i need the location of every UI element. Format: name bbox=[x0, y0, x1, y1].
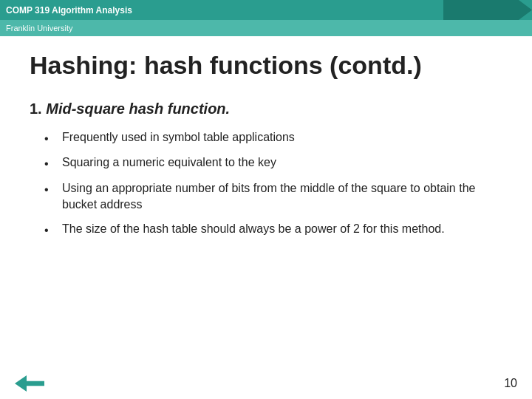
bullet-icon-2: • bbox=[44, 156, 58, 172]
bullet-icon-3: • bbox=[44, 182, 58, 198]
bullet-icon-4: • bbox=[44, 222, 58, 239]
bullet-icon-1: • bbox=[44, 131, 58, 147]
university-name: Franklin University bbox=[6, 24, 72, 33]
list-item: • Using an appropriate number of bits fr… bbox=[44, 180, 502, 214]
prev-slide-arrow[interactable] bbox=[15, 375, 44, 392]
main-content: Hashing: hash functions (contd.) 1. Mid-… bbox=[0, 36, 532, 261]
bullet-text-2: Squaring a numeric equivalent to the key bbox=[62, 154, 502, 171]
bullet-list: • Frequently used in symbol table applic… bbox=[30, 129, 502, 239]
university-bar: Franklin University bbox=[0, 20, 532, 36]
list-item: • Frequently used in symbol table applic… bbox=[44, 129, 502, 147]
bullet-text-1: Frequently used in symbol table applicat… bbox=[62, 129, 502, 146]
list-item: • The size of the hash table should alwa… bbox=[44, 221, 502, 239]
section-container: 1. Mid-square hash function. • Frequentl… bbox=[30, 100, 502, 239]
bullet-text-3: Using an appropriate number of bits from… bbox=[62, 180, 502, 214]
bullet-text-4: The size of the hash table should always… bbox=[62, 221, 502, 237]
slide-heading: Hashing: hash functions (contd.) bbox=[30, 51, 502, 80]
top-bar: COMP 319 Algorithm Analysis bbox=[0, 0, 532, 20]
list-item: • Squaring a numeric equivalent to the k… bbox=[44, 154, 502, 172]
section-number: 1. bbox=[30, 100, 42, 117]
bottom-nav: 10 bbox=[0, 375, 532, 392]
section-title-text: Mid-square hash function. bbox=[46, 100, 230, 117]
course-title: COMP 319 Algorithm Analysis bbox=[6, 5, 132, 16]
top-right-arrow-decoration bbox=[443, 0, 532, 20]
page-number: 10 bbox=[504, 377, 517, 390]
section-title: 1. Mid-square hash function. bbox=[30, 100, 502, 117]
